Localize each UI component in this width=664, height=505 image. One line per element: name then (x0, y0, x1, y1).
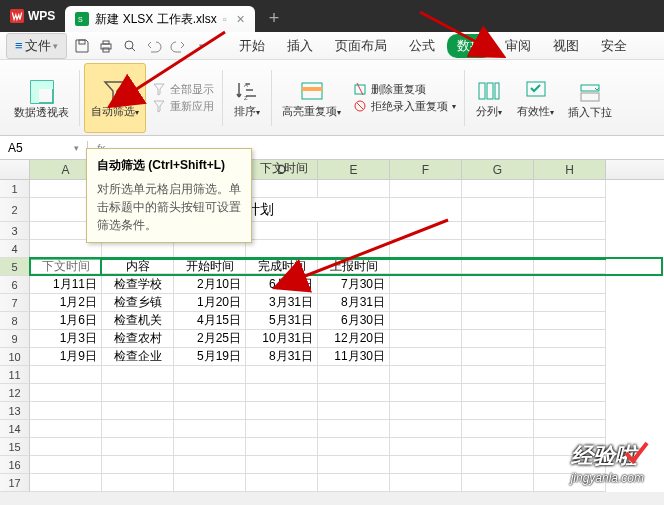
formula-value: 下文时间 (260, 160, 308, 177)
svg-rect-2 (79, 40, 85, 44)
svg-text:A: A (244, 82, 248, 88)
funnel-icon (101, 77, 129, 105)
sort-icon: AZ (233, 77, 261, 105)
table-header-row: 下文时间 内容 开始时间 完成时间 上报时间 (30, 258, 606, 276)
tab-start[interactable]: 开始 (229, 34, 275, 58)
svg-text:Z: Z (244, 95, 248, 101)
file-menu[interactable]: ≡ 文件 ▾ (6, 33, 67, 59)
svg-rect-18 (495, 83, 499, 99)
row-header[interactable]: 17 (0, 474, 30, 492)
header-cell: 下文时间 (30, 260, 102, 274)
tooltip-title: 自动筛选 (Ctrl+Shift+L) (97, 157, 241, 174)
row-header[interactable]: 3 (0, 222, 30, 240)
qat-redo-icon[interactable] (169, 37, 187, 55)
header-cell: 开始时间 (174, 260, 246, 274)
tab-close-icon[interactable]: × (237, 11, 245, 27)
col-header[interactable]: F (390, 160, 462, 179)
tab-pin-icon[interactable]: ▫ (223, 13, 227, 25)
qat-print-icon[interactable] (97, 37, 115, 55)
row-header[interactable]: 12 (0, 384, 30, 402)
showall-button[interactable]: 全部显示 (152, 82, 214, 97)
tab-insert[interactable]: 插入 (277, 34, 323, 58)
pivot-button[interactable]: 数据透视表 (8, 63, 75, 133)
col-header[interactable]: E (318, 160, 390, 179)
svg-rect-13 (302, 87, 322, 91)
highlight-dup-button[interactable]: 高亮重复项▾ (276, 63, 347, 133)
row-header[interactable]: 7 (0, 294, 30, 312)
select-all-corner[interactable] (0, 160, 30, 179)
chevron-down-icon[interactable]: ▾ (74, 143, 79, 153)
split-button[interactable]: 分列▾ (469, 63, 509, 133)
tab-layout[interactable]: 页面布局 (325, 34, 397, 58)
qat-preview-icon[interactable] (121, 37, 139, 55)
autofilter-button[interactable]: 自动筛选▾ (84, 63, 146, 133)
row-header[interactable]: 4 (0, 240, 30, 258)
row-headers: 1 2 3 4 5 6 7 8 9 10 11 12 13 14 15 16 1… (0, 180, 30, 492)
watermark: 经验啦 jingyanla.com (571, 441, 644, 485)
app-icon (10, 9, 24, 23)
table-row: 1月3日检查农村2月25日10月31日12月20日 (30, 330, 606, 348)
table-row: 1月9日检查企业5月19日8月31日11月30日 (30, 348, 606, 366)
name-box[interactable]: A5 ▾ (0, 141, 88, 155)
tab-title: 新建 XLSX 工作表.xlsx (95, 11, 216, 28)
tooltip-body: 对所选单元格启用筛选。单击标题中的箭头按钮可设置筛选条件。 (97, 180, 241, 234)
qat-save-icon[interactable] (73, 37, 91, 55)
svg-rect-4 (103, 41, 109, 44)
highlight-dup-icon (298, 77, 326, 105)
table-row: 1月2日检查乡镇1月20日3月31日8月31日 (30, 294, 606, 312)
autofilter-tooltip: 自动筛选 (Ctrl+Shift+L) 对所选单元格启用筛选。单击标题中的箭头按… (86, 148, 252, 243)
new-tab-button[interactable]: + (255, 8, 294, 29)
row-header[interactable]: 8 (0, 312, 30, 330)
pivot-icon (28, 78, 56, 106)
row-header[interactable]: 2 (0, 198, 30, 222)
row-header[interactable]: 1 (0, 180, 30, 198)
check-icon (622, 439, 650, 467)
validity-icon (522, 77, 550, 105)
tab-view[interactable]: 视图 (543, 34, 589, 58)
svg-rect-17 (487, 83, 493, 99)
svg-point-6 (125, 41, 133, 49)
menu-bar: ≡ 文件 ▾ ▾ 开始 插入 页面布局 公式 数据 审阅 视图 安全 (0, 32, 664, 60)
row-header[interactable]: 10 (0, 348, 30, 366)
tab-data[interactable]: 数据 (447, 34, 493, 58)
svg-rect-21 (581, 93, 599, 101)
document-tab[interactable]: S 新建 XLSX 工作表.xlsx ▫ × (65, 6, 254, 32)
header-cell: 完成时间 (246, 260, 318, 274)
svg-rect-20 (581, 85, 599, 91)
validity-button[interactable]: 有效性▾ (511, 63, 560, 133)
qat-dropdown-icon[interactable]: ▾ (193, 37, 211, 55)
reject-dup-button[interactable]: 拒绝录入重复项▾ (353, 99, 456, 114)
header-cell: 内容 (102, 260, 174, 274)
table-row: 1月11日检查学校2月10日6月30日7月30日 (30, 276, 606, 294)
row-header[interactable]: 13 (0, 402, 30, 420)
qat-undo-icon[interactable] (145, 37, 163, 55)
col-header[interactable]: G (462, 160, 534, 179)
title-bar: WPS S 新建 XLSX 工作表.xlsx ▫ × + (0, 0, 664, 32)
row-header[interactable]: 5 (0, 258, 30, 276)
col-header[interactable]: H (534, 160, 606, 179)
ribbon: 数据透视表 自动筛选▾ 全部显示 重新应用 AZ 排序▾ 高亮重复项▾ 删除重复… (0, 60, 664, 136)
tab-formula[interactable]: 公式 (399, 34, 445, 58)
wps-logo: WPS (0, 9, 65, 23)
tab-review[interactable]: 审阅 (495, 34, 541, 58)
xlsx-icon: S (75, 12, 89, 26)
table-row: 1月6日检查机关4月15日5月31日6月30日 (30, 312, 606, 330)
svg-text:S: S (78, 16, 83, 23)
row-header[interactable]: 14 (0, 420, 30, 438)
dropdown-button[interactable]: 插入下拉 (562, 63, 618, 133)
row-header[interactable]: 15 (0, 438, 30, 456)
svg-rect-9 (31, 81, 53, 89)
reapply-button[interactable]: 重新应用 (152, 99, 214, 114)
row-header[interactable]: 16 (0, 456, 30, 474)
row-header[interactable]: 9 (0, 330, 30, 348)
svg-rect-16 (479, 83, 485, 99)
split-icon (475, 77, 503, 105)
delete-dup-button[interactable]: 删除重复项 (353, 82, 456, 97)
dropdown-icon (576, 78, 604, 106)
sort-button[interactable]: AZ 排序▾ (227, 63, 267, 133)
header-cell: 上报时间 (318, 260, 390, 274)
row-header[interactable]: 6 (0, 276, 30, 294)
ribbon-tabs: 开始 插入 页面布局 公式 数据 审阅 视图 安全 (229, 34, 637, 58)
tab-security[interactable]: 安全 (591, 34, 637, 58)
row-header[interactable]: 11 (0, 366, 30, 384)
